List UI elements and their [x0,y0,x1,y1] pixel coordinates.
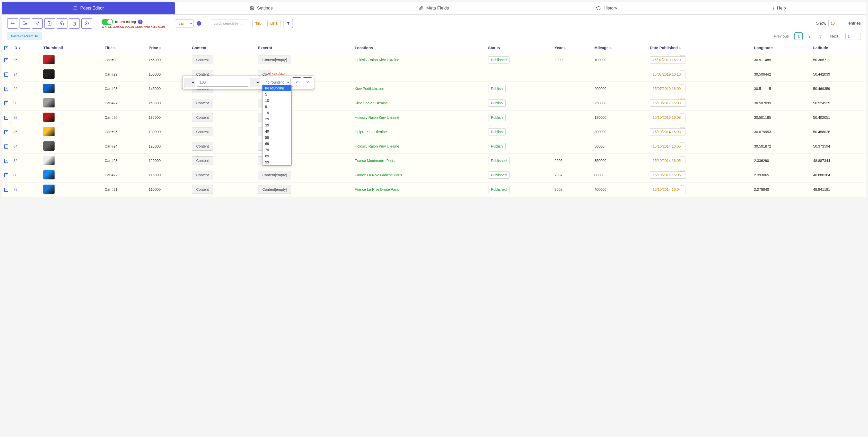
row-id[interactable]: 90 [13,101,18,105]
row-checkbox[interactable]: ✓ [4,72,8,77]
row-year[interactable] [553,139,592,154]
rounding-option[interactable]: 5 [262,91,291,97]
rounding-option[interactable]: 10 [262,97,291,104]
row-checkbox[interactable]: ✓ [4,173,8,177]
row-locations[interactable]: Kiev Obolon Ukraine [353,96,486,110]
rounding-option[interactable]: 29 [262,116,291,122]
post-type-select[interactable]: car [175,19,193,28]
date-badge[interactable]: clean15/10/2017 16:09 [650,99,686,107]
row-longitude[interactable]: 30.511115 [752,81,811,96]
row-id[interactable]: 94 [13,72,18,76]
col-locations[interactable]: Locations [353,43,486,53]
thumbnail-image[interactable] [43,112,55,122]
thumbnail-image[interactable] [43,170,55,179]
add-file-button[interactable] [44,18,55,29]
row-mileage[interactable] [592,67,648,81]
row-latitude[interactable]: 50.365711 [811,53,866,67]
date-badge[interactable]: clean15/10/2014 16:08 [650,128,686,135]
content-button[interactable]: Content [192,113,213,122]
row-checkbox[interactable]: ✓ [4,144,8,148]
row-latitude[interactable]: 48.887344 [811,154,866,168]
search-op-label[interactable]: LIKE [267,20,280,27]
row-title[interactable]: Car #21 [103,182,147,197]
col-year[interactable]: Year⇅ [553,43,592,53]
row-latitude[interactable]: 48.841181 [811,182,866,197]
row-latitude[interactable]: 50.524525 [811,96,866,110]
col-excerpt[interactable]: Excerpt [256,43,352,53]
status-badge[interactable]: Published [488,157,510,164]
content-button[interactable]: Content [192,156,213,165]
row-locations[interactable] [353,67,486,81]
calc-cancel-button[interactable]: ✕ [303,77,312,87]
row-locations[interactable]: Holosiiv Raion Kiev Ukraine [353,110,486,125]
row-year[interactable]: 2008 [553,182,592,197]
row-checkbox[interactable]: ✓ [4,101,8,105]
row-year[interactable] [553,125,592,139]
open-folder-button[interactable] [20,18,30,29]
pagination-page-2[interactable]: 2 [805,32,813,40]
entries-input[interactable] [828,20,846,27]
row-title[interactable]: Car #26 [103,110,147,125]
row-latitude[interactable]: 50.402051 [811,110,866,125]
row-latitude[interactable]: 50.456028 [811,125,866,139]
content-button[interactable]: Content [192,128,213,136]
row-mileage[interactable]: 300000 [592,125,648,139]
rounding-option[interactable]: 99 [262,159,291,165]
date-badge[interactable]: clean15/10/2016 16:08 [650,114,686,121]
excerpt-button[interactable]: Content[empty] [258,185,291,194]
binded-editing-toggle[interactable] [102,19,113,25]
row-title[interactable]: Car #30 [103,53,147,67]
row-year[interactable]: 2007 [553,168,592,182]
row-latitude[interactable]: 50.373594 [811,139,866,154]
col-thumbnail[interactable]: Thumbnail [41,43,102,53]
rounding-option[interactable]: 59 [262,134,291,141]
row-checkbox[interactable]: ✓ [4,130,8,134]
thumbnail-image[interactable] [43,156,55,165]
row-year[interactable]: 2000 [553,53,592,67]
pagination-page-3[interactable]: 3 [816,32,825,40]
row-locations[interactable]: Holosiiv Raion Kiev Ukraine [353,53,486,67]
row-price[interactable]: 140000 [147,96,190,110]
thumbnail-image[interactable] [43,184,55,194]
thumbnail-image[interactable] [43,98,55,107]
pagination-page-1[interactable]: 1 [795,32,803,40]
row-longitude[interactable]: 30.509442 [752,67,811,81]
row-id[interactable]: 96 [13,58,18,62]
row-price[interactable]: 155000 [147,53,190,67]
quick-search-input[interactable] [211,20,249,27]
row-latitude[interactable]: 48.888384 [811,168,866,182]
rounding-option[interactable]: 69 [262,141,291,147]
col-price[interactable]: Price⇅ [147,43,190,53]
status-badge[interactable]: Publish [488,143,506,150]
calc-value-input[interactable] [197,78,248,87]
tab-posts-editor[interactable]: Posts Editor [2,2,175,14]
rounding-option[interactable]: 19 [262,110,291,116]
row-id[interactable]: 82 [13,159,18,163]
info-icon[interactable]: i [196,21,201,26]
col-id[interactable]: ID▼ [11,43,41,53]
row-title[interactable]: Car #22 [103,168,147,182]
status-badge[interactable]: Published [488,171,510,179]
row-title[interactable]: Car #29 [103,67,147,81]
row-mileage[interactable]: 50000 [592,139,648,154]
row-longitude[interactable]: 30.501185 [752,110,811,125]
row-title[interactable]: Car #28 [103,81,147,96]
row-mileage[interactable]: 400000 [592,182,648,197]
row-longitude[interactable]: 30.507099 [752,96,811,110]
copy-button[interactable] [57,18,67,29]
row-id[interactable]: 84 [13,144,18,148]
rounding-option[interactable]: 79 [262,147,291,153]
row-id[interactable]: 78 [13,188,18,192]
status-badge[interactable]: Publish [488,85,506,92]
status-badge[interactable]: Publish [488,128,506,135]
tab-meta-fields[interactable]: Meta Fields [348,2,520,14]
col-content[interactable]: Content [190,43,256,53]
thumbnail-image[interactable] [43,55,55,64]
content-button[interactable]: Content [192,142,213,150]
content-button[interactable]: Content [192,171,213,179]
pagination-previous[interactable]: Previous [771,32,792,40]
row-year[interactable] [553,96,592,110]
rounding-option[interactable]: no rounding [262,85,291,91]
row-price[interactable]: 110000 [147,182,190,197]
row-mileage[interactable]: 350000 [592,154,648,168]
